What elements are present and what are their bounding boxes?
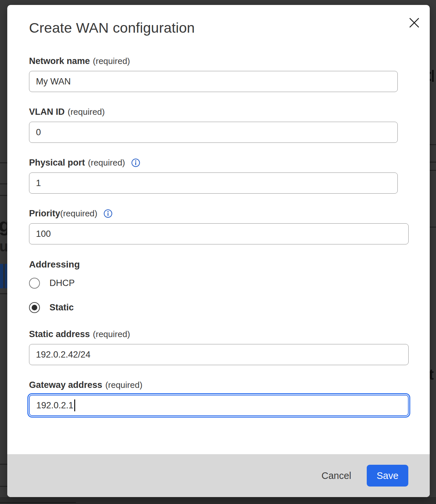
save-button[interactable]: Save — [367, 465, 408, 487]
dialog-footer: Cancel Save — [7, 454, 430, 497]
background-table-line — [0, 293, 7, 294]
gateway-address-label: Gateway address — [29, 380, 102, 390]
background-text-fragment — [430, 79, 431, 81]
priority-info-icon[interactable] — [104, 209, 112, 218]
vlan-id-value: 0 — [36, 127, 41, 138]
cancel-button[interactable]: Cancel — [315, 467, 358, 485]
vlan-id-field: VLAN ID (required) 0 — [29, 107, 430, 143]
addressing-heading: Addressing — [29, 259, 430, 270]
background-table-line — [0, 486, 7, 487]
required-hint: (required) — [93, 329, 130, 339]
dhcp-option-label: DHCP — [49, 278, 75, 288]
network-name-input[interactable]: My WAN — [29, 71, 398, 92]
gateway-address-value: 192.0.2.1 — [36, 400, 74, 411]
text-cursor — [74, 399, 75, 411]
physical-port-label: Physical port — [29, 157, 85, 168]
addressing-option-dhcp[interactable]: DHCP — [29, 277, 430, 289]
network-name-field: Network name (required) My WAN — [29, 56, 430, 92]
addressing-option-static[interactable]: Static — [29, 302, 430, 313]
vlan-id-input[interactable]: 0 — [29, 122, 398, 143]
network-name-label: Network name — [29, 56, 90, 66]
background-text-fragment — [430, 72, 431, 74]
physical-port-value: 1 — [36, 178, 41, 188]
priority-value: 100 — [36, 229, 51, 239]
gateway-address-field: Gateway address (required) 192.0.2.1 — [29, 380, 430, 416]
physical-port-field: Physical port (required) 1 — [29, 157, 430, 194]
required-hint: (required) — [93, 56, 130, 66]
required-hint: (required) — [68, 107, 105, 117]
background-table-line — [0, 502, 76, 503]
radio-unselected-icon[interactable] — [29, 278, 40, 289]
priority-label: Priority — [29, 208, 60, 219]
background-table-line — [0, 464, 7, 465]
physical-port-input[interactable]: 1 — [29, 173, 398, 194]
background-hidden-button-slit — [3, 264, 5, 288]
static-address-label: Static address — [29, 329, 90, 339]
close-icon — [409, 17, 420, 28]
static-address-field: Static address (required) 192.0.2.42/24 — [29, 329, 430, 365]
required-hint: (required) — [88, 157, 125, 168]
close-button[interactable] — [408, 16, 420, 29]
physical-port-info-icon[interactable] — [131, 158, 140, 167]
background-table-line — [0, 183, 7, 184]
static-address-value: 192.0.2.42/24 — [36, 350, 90, 360]
background-table-line — [430, 227, 436, 228]
background-table-line — [0, 195, 7, 196]
addressing-section: Addressing DHCP Static — [29, 259, 430, 313]
priority-input[interactable]: 100 — [29, 223, 409, 244]
priority-field: Priority (required) 100 — [29, 208, 430, 244]
dialog-title: Create WAN configuration — [29, 5, 430, 36]
background-table-line — [430, 162, 436, 163]
radio-selected-icon[interactable] — [29, 302, 40, 313]
required-hint: (required) — [105, 380, 142, 390]
static-option-label: Static — [49, 302, 74, 313]
network-name-value: My WAN — [36, 77, 71, 87]
background-table-line — [430, 144, 436, 145]
vlan-id-label: VLAN ID — [29, 107, 65, 117]
required-hint: (required) — [60, 208, 98, 219]
background-text-fragment — [432, 70, 434, 82]
background-table-line — [0, 162, 7, 163]
static-address-input[interactable]: 192.0.2.42/24 — [29, 344, 409, 365]
gateway-address-input[interactable]: 192.0.2.1 — [29, 395, 409, 416]
background-table-line — [430, 170, 436, 171]
create-wan-configuration-dialog: Create WAN configuration Network name (r… — [7, 5, 430, 497]
